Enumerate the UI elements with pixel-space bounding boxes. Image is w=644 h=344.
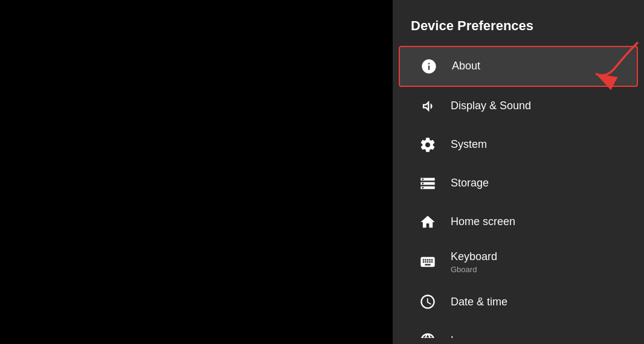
about-text: About bbox=[452, 59, 480, 73]
display-sound-label: Display & Sound bbox=[451, 99, 531, 113]
menu-item-keyboard[interactable]: Keyboard Gboard bbox=[399, 241, 638, 282]
keyboard-label: Keyboard bbox=[451, 250, 497, 264]
system-label: System bbox=[451, 138, 487, 151]
right-panel: Device Preferences About Display & Sound bbox=[393, 0, 644, 344]
date-time-text: Date & time bbox=[451, 295, 507, 309]
clock-icon bbox=[417, 291, 439, 313]
menu-item-display-sound[interactable]: Display & Sound bbox=[399, 87, 638, 126]
about-label: About bbox=[452, 59, 480, 73]
keyboard-sublabel: Gboard bbox=[451, 265, 497, 274]
menu-item-system[interactable]: System bbox=[399, 126, 638, 164]
keyboard-text: Keyboard Gboard bbox=[451, 250, 497, 274]
left-panel bbox=[0, 0, 393, 344]
info-icon bbox=[418, 56, 440, 77]
display-sound-text: Display & Sound bbox=[451, 99, 531, 113]
language-label: Language bbox=[451, 334, 499, 338]
menu-item-language[interactable]: Language bbox=[399, 321, 638, 338]
home-screen-label: Home screen bbox=[451, 215, 515, 229]
keyboard-icon bbox=[417, 251, 439, 273]
menu-list: About Display & Sound System bbox=[393, 46, 644, 338]
storage-label: Storage bbox=[451, 176, 489, 190]
menu-item-storage[interactable]: Storage bbox=[399, 164, 638, 203]
home-icon bbox=[417, 211, 439, 233]
globe-icon bbox=[417, 330, 439, 338]
language-text: Language bbox=[451, 334, 499, 338]
speaker-icon bbox=[417, 95, 439, 117]
storage-text: Storage bbox=[451, 176, 489, 190]
date-time-label: Date & time bbox=[451, 295, 507, 309]
panel-title: Device Preferences bbox=[393, 12, 644, 46]
settings-icon bbox=[417, 134, 439, 156]
menu-item-date-time[interactable]: Date & time bbox=[399, 282, 638, 321]
menu-item-home-screen[interactable]: Home screen bbox=[399, 203, 638, 241]
home-screen-text: Home screen bbox=[451, 215, 515, 229]
storage-icon bbox=[417, 173, 439, 194]
system-text: System bbox=[451, 138, 487, 151]
menu-item-about[interactable]: About bbox=[399, 46, 638, 87]
